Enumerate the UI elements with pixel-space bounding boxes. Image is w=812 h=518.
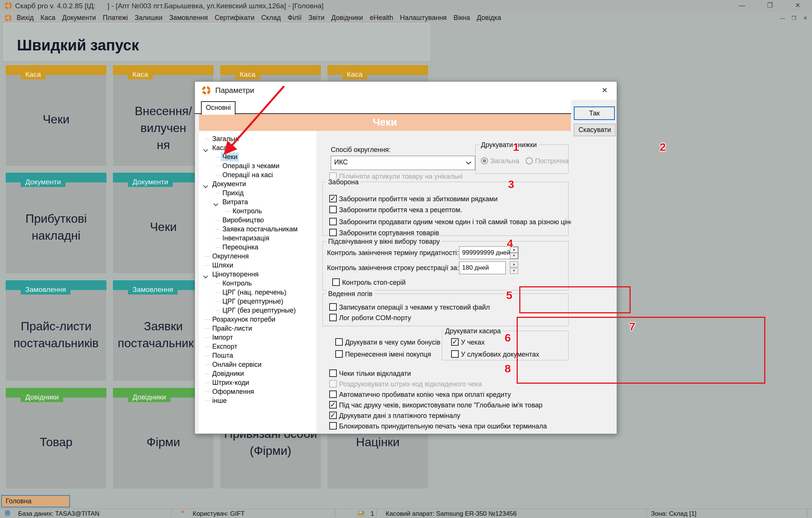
tree-item-label[interactable]: Контроль — [231, 207, 263, 216]
menu-item-3[interactable]: Документи — [62, 11, 96, 24]
checkbox[interactable] — [329, 229, 337, 236]
tree-item-label[interactable]: Контроль — [221, 279, 253, 288]
tree-item-label[interactable]: Округлення — [211, 252, 250, 261]
tree-item-label[interactable]: інше — [211, 396, 228, 405]
tree-item-label[interactable]: Заявка постачальникам — [221, 225, 299, 234]
menu-item-8[interactable]: Склад — [261, 11, 281, 24]
menu-item-14[interactable]: Вікна — [453, 11, 470, 24]
checkbox[interactable] — [329, 401, 337, 409]
tree-item[interactable]: Витрата — [199, 197, 316, 207]
ok-button[interactable]: Так — [574, 106, 615, 120]
tree-item-label[interactable]: Операції з чеками — [221, 161, 281, 170]
tile[interactable]: ЗамовленняПрайс-листипостачальників — [5, 280, 107, 381]
menu-item-1[interactable]: Вихід — [17, 11, 34, 24]
tree-item[interactable]: Прайс-листи — [199, 324, 316, 333]
tree-item[interactable]: Онлайн сервіси — [199, 360, 316, 369]
checkbox[interactable] — [329, 369, 337, 377]
tile[interactable]: ДокументиПрибутковінакладні — [5, 172, 107, 274]
checkbox[interactable] — [335, 350, 343, 358]
tree-item-label[interactable]: Онлайн сервіси — [211, 360, 263, 369]
checkbox[interactable] — [329, 303, 337, 311]
tree-item-label[interactable]: ЦРГ (нац. перечень) — [221, 288, 288, 297]
tree-item-label[interactable]: Ціноутворення — [211, 270, 260, 279]
tree-item-label[interactable]: ЦРГ (без рецептурные) — [221, 306, 297, 315]
restore-icon[interactable]: ❐ — [762, 1, 777, 10]
tree-item[interactable]: Оформлення — [199, 387, 316, 396]
tree-item-label[interactable]: Довідники — [211, 369, 245, 378]
spin-down-icon[interactable]: ▼ — [510, 253, 518, 259]
menu-item-12[interactable]: eHealth — [370, 11, 393, 24]
tree-item-label[interactable]: Розрахунок потреби — [211, 315, 277, 324]
tile[interactable]: ДовідникиТовар — [5, 387, 107, 489]
menu-item-5[interactable]: Залишки — [135, 11, 163, 24]
dialog-close-icon[interactable]: ✕ — [598, 85, 611, 96]
mdi-minimize-icon[interactable]: — — [778, 14, 787, 22]
tree-item[interactable]: ЦРГ (нац. перечень) — [199, 288, 316, 297]
registration-spinner[interactable]: ▲ ▼ — [510, 261, 518, 274]
tree-item[interactable]: Експорт — [199, 342, 316, 351]
registration-days-field[interactable]: 180 дней — [459, 261, 506, 274]
menu-item-9[interactable]: Філії — [287, 11, 301, 24]
tile[interactable]: КасаЧеки — [5, 65, 107, 166]
tree-item-label[interactable]: Чеки — [221, 152, 239, 161]
checkbox[interactable] — [329, 218, 337, 225]
checkbox[interactable] — [329, 206, 337, 213]
menu-item-7[interactable]: Сертифікати — [214, 11, 254, 24]
tree-item[interactable]: Пошта — [199, 351, 316, 360]
tree-item[interactable]: інше — [199, 396, 316, 405]
tree-item-label[interactable]: Прихід — [221, 188, 245, 197]
tree-item[interactable]: Заявка постачальникам — [199, 225, 316, 234]
tree-item-label[interactable]: Операції на касі — [221, 170, 274, 179]
tree-item-label[interactable]: Загальні — [211, 134, 240, 143]
stop-series-checkbox[interactable] — [332, 278, 340, 286]
tree-item[interactable]: Документи — [199, 179, 316, 188]
tree-item[interactable]: Шляхи — [199, 261, 316, 270]
tree-item-label[interactable]: Переоцінка — [221, 243, 260, 252]
home-tab[interactable]: Головна — [1, 495, 70, 507]
checkbox[interactable] — [329, 314, 337, 321]
checkbox[interactable] — [451, 338, 459, 346]
tree-item-label[interactable]: Шляхи — [211, 261, 235, 270]
tree-item-label[interactable]: Витрата — [221, 197, 249, 207]
checkbox[interactable] — [329, 422, 337, 430]
tree-item[interactable]: Операції на касі — [199, 170, 316, 179]
tree-item-label[interactable]: Експорт — [211, 342, 239, 351]
tree-item-label[interactable]: Каса — [211, 143, 229, 152]
tree-item-label[interactable]: ЦРГ (рецептурные) — [221, 297, 285, 306]
close-icon[interactable]: ✕ — [790, 1, 805, 10]
tree-item[interactable]: Ціноутворення — [199, 270, 316, 279]
tree-item[interactable]: Контроль — [199, 279, 316, 288]
tree-item-label[interactable]: Документи — [211, 179, 248, 188]
tree-item-label[interactable]: Прайс-листи — [211, 324, 254, 333]
tree-item[interactable]: Чеки — [199, 152, 316, 161]
tree-item[interactable]: Імпорт — [199, 333, 316, 342]
menu-item-11[interactable]: Довідники — [331, 11, 363, 24]
tree-item[interactable]: Загальні — [199, 134, 316, 143]
tree-item[interactable]: Округлення — [199, 252, 316, 261]
tree-item[interactable]: Інвентаризація — [199, 234, 316, 243]
checkbox[interactable] — [451, 350, 459, 358]
tree-item-label[interactable]: Інвентаризація — [221, 234, 271, 243]
menu-item-10[interactable]: Звіти — [309, 11, 325, 24]
tree-item-label[interactable]: Оформлення — [211, 387, 255, 396]
tree-item[interactable]: ЦРГ (рецептурные) — [199, 297, 316, 306]
tree-item-label[interactable]: Імпорт — [211, 333, 234, 342]
minimize-icon[interactable]: — — [734, 1, 750, 10]
tree-item-label[interactable]: Штрих-коди — [211, 378, 251, 387]
tree-item-label[interactable]: Виробництво — [221, 216, 265, 225]
menu-item-13[interactable]: Налаштування — [400, 11, 447, 24]
tree-item[interactable]: Прихід — [199, 188, 316, 197]
menu-item-4[interactable]: Платежі — [103, 11, 128, 24]
tree-item[interactable]: Операції з чеками — [199, 161, 316, 170]
checkbox[interactable] — [329, 195, 337, 202]
spin-up-icon[interactable]: ▲ — [510, 261, 518, 267]
tree-item[interactable]: ЦРГ (без рецептурные) — [199, 306, 316, 315]
menu-item-6[interactable]: Замовлення — [169, 11, 208, 24]
tree-item[interactable]: Переоцінка — [199, 243, 316, 252]
tree-item-label[interactable]: Пошта — [211, 351, 234, 360]
tree-item[interactable]: Контроль — [199, 207, 316, 216]
tree-item[interactable]: Довідники — [199, 369, 316, 378]
cancel-button[interactable]: Скасувати — [574, 124, 616, 136]
rounding-combobox[interactable]: ИКС — [331, 156, 475, 170]
checkbox[interactable] — [329, 412, 337, 419]
